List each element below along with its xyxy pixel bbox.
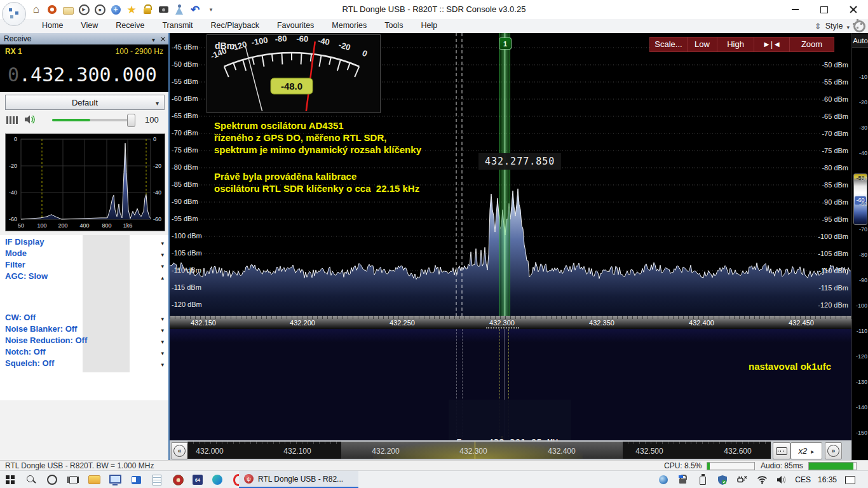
language-indicator[interactable]: CES xyxy=(795,475,811,484)
favourite-icon[interactable] xyxy=(126,4,137,15)
marker-number-badge[interactable]: 1 xyxy=(499,37,512,50)
home-icon[interactable] xyxy=(31,4,42,15)
explorer-icon[interactable] xyxy=(88,473,100,486)
style-menu[interactable]: Style xyxy=(825,22,843,30)
spectrum-high-button[interactable]: High xyxy=(717,37,754,52)
menu-item-noisereductionoff[interactable]: Noise Reduction: Off xyxy=(0,335,168,346)
compass-icon[interactable] xyxy=(172,473,184,486)
docs-icon[interactable] xyxy=(130,473,142,486)
taskview-icon[interactable] xyxy=(67,473,79,486)
minimize-button[interactable] xyxy=(780,0,810,19)
plug-icon[interactable] xyxy=(736,473,749,486)
spectrum-center-button[interactable]: ►|◄ xyxy=(754,37,790,52)
record-icon[interactable] xyxy=(94,4,105,15)
auto-range-button[interactable]: Auto xyxy=(852,34,868,48)
lifebuoy-icon[interactable] xyxy=(46,4,58,15)
usb-icon[interactable] xyxy=(696,473,709,486)
menu-item-noiseblankeroff[interactable]: Noise Blanker: Off xyxy=(0,323,168,335)
tab-view[interactable]: View xyxy=(72,19,107,33)
menu-item-cwoff[interactable]: CW: Off xyxy=(0,312,168,323)
equalizer-icon[interactable] xyxy=(6,116,8,124)
folder-icon[interactable] xyxy=(62,4,74,15)
zoom-x2-button[interactable]: x2 xyxy=(790,442,822,459)
panel-close-icon[interactable] xyxy=(160,36,166,42)
chevron-down-icon[interactable] xyxy=(161,249,164,259)
add-icon[interactable] xyxy=(110,4,121,15)
monitor-icon[interactable] xyxy=(109,473,121,486)
chevron-down-icon[interactable] xyxy=(161,261,164,270)
tuning-indicator[interactable] xyxy=(499,33,510,316)
app-menu-button[interactable] xyxy=(2,2,26,26)
close-button[interactable] xyxy=(839,0,868,19)
svg-text:-40: -40 xyxy=(9,189,17,196)
scroll-freq-label: 432.100 xyxy=(275,447,320,456)
scroll-left-button[interactable]: « xyxy=(171,442,188,459)
receive-panel-header[interactable]: Receive xyxy=(0,33,168,44)
cortana-icon[interactable] xyxy=(46,473,58,486)
start-icon[interactable] xyxy=(4,473,17,486)
tab-tools[interactable]: Tools xyxy=(376,19,412,33)
tab-favourites[interactable]: Favourites xyxy=(268,19,323,33)
panel-menu-icon[interactable] xyxy=(152,34,155,44)
active-task-button[interactable]: ψ RTL Dongle USB - R82... xyxy=(239,471,358,488)
frequency-digits[interactable]: 0.432.300.000 xyxy=(8,64,157,86)
menu-item-squelchoff[interactable]: Squelch: Off xyxy=(0,358,168,369)
notification-icon[interactable] xyxy=(844,473,857,486)
spectrum-low-button[interactable]: Low xyxy=(688,37,717,52)
tab-receive[interactable]: Receive xyxy=(107,19,153,33)
speaker-icon[interactable] xyxy=(24,114,37,126)
undo-icon[interactable] xyxy=(189,4,201,15)
lock-icon[interactable] xyxy=(142,4,153,15)
menu-item-notchoff[interactable]: Notch: Off xyxy=(0,346,168,358)
chevron-down-icon[interactable] xyxy=(161,336,164,346)
frequency-axis[interactable]: 432.150432.200432.250432.300432.350432.4… xyxy=(170,316,851,329)
keyboard-entry-button[interactable] xyxy=(773,442,790,459)
wifi-icon[interactable] xyxy=(756,473,768,486)
frequency-display[interactable]: RX 1 100 - 2900 Hz 0.432.300.000 xyxy=(0,44,168,92)
chevron-down-icon[interactable] xyxy=(161,313,164,323)
more-icon[interactable] xyxy=(205,4,217,15)
chevron-down-icon[interactable] xyxy=(161,238,164,247)
chevron-down-icon[interactable] xyxy=(161,325,164,334)
chevron-down-icon[interactable] xyxy=(161,348,164,357)
tab-home[interactable]: Home xyxy=(33,19,72,33)
play-icon[interactable] xyxy=(78,4,90,15)
chevron-up-icon[interactable] xyxy=(161,272,164,281)
spectrum-zoom-button[interactable]: Zoom xyxy=(790,37,834,52)
main-spectrum-display[interactable]: -140-120-100-80-60-40-200-48.0dBm Spektr… xyxy=(170,33,851,316)
tab-memories[interactable]: Memories xyxy=(323,19,376,33)
band-overview-strip[interactable]: 432.000432.100432.200432.300432.400432.5… xyxy=(187,442,771,459)
volume-slider-handle[interactable] xyxy=(127,114,135,127)
tab-recplayback[interactable]: Rec/Playback xyxy=(202,19,268,33)
antenna-icon[interactable] xyxy=(173,4,185,15)
collapse-ribbon-icon[interactable]: ⇕ xyxy=(815,22,822,31)
search-icon[interactable] xyxy=(25,473,37,486)
gear-icon[interactable] xyxy=(853,20,865,32)
menu-item-ifdisplay[interactable]: IF Display xyxy=(0,236,168,248)
shield-icon[interactable] xyxy=(716,473,729,486)
tab-transmit[interactable]: Transmit xyxy=(153,19,201,33)
volume-slider[interactable] xyxy=(52,119,135,121)
locktray-icon[interactable] xyxy=(677,473,689,486)
scroll-right-button[interactable]: » xyxy=(825,442,842,459)
notepad-icon[interactable] xyxy=(151,473,163,486)
camera-icon[interactable] xyxy=(158,4,169,15)
svg-text:-20: -20 xyxy=(153,163,161,169)
svg-text:200: 200 xyxy=(58,222,67,229)
menu-item-filter[interactable]: Filter xyxy=(0,259,168,271)
globe-icon[interactable] xyxy=(657,473,670,486)
tab-help[interactable]: Help xyxy=(412,19,446,33)
dbm-axis-label: -110 dBm xyxy=(172,266,201,274)
spectrum-scale-button[interactable]: Scale... xyxy=(649,37,688,52)
menu-item-agcslow[interactable]: AGC: Slow xyxy=(0,271,168,282)
volume-icon[interactable] xyxy=(775,473,788,486)
chevron-down-icon[interactable] xyxy=(846,22,850,31)
waterfall-display[interactable]: Freq: 432.301.95 MHz Span: ±163.940 kHz … xyxy=(170,329,851,440)
maximize-button[interactable] xyxy=(810,0,839,19)
menu-item-mode[interactable]: Mode xyxy=(0,248,168,259)
disk-icon[interactable]: 64 xyxy=(193,475,203,485)
clock[interactable]: 16:35 xyxy=(818,475,837,484)
profile-dropdown[interactable]: Default xyxy=(5,95,165,110)
edge-icon[interactable] xyxy=(211,473,224,486)
chevron-down-icon[interactable] xyxy=(161,359,164,369)
